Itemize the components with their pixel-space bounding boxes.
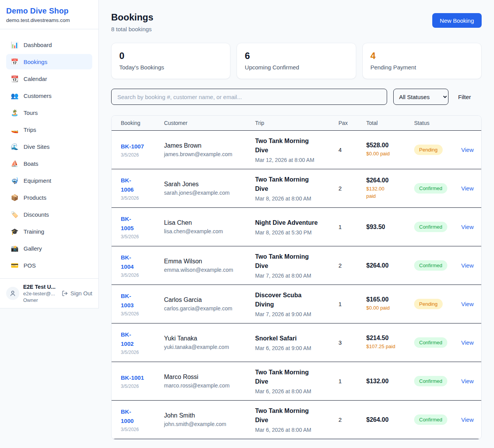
trip-name: Two Tank Morning Dive: [255, 136, 332, 155]
customer-cell: James Brown james.brown@example.com: [164, 142, 255, 157]
sidebar-item-gallery[interactable]: 📸 Gallery: [6, 241, 92, 256]
main-content: Bookings 8 total bookings New Booking 0 …: [99, 0, 494, 440]
status-badge: Confirmed: [414, 414, 447, 425]
booking-cell: BK- 1006 3/5/2026: [121, 176, 164, 201]
sidebar: Demo Dive Shop demo.test.divestreams.com…: [0, 0, 99, 308]
trip-name: Discover Scuba Diving: [255, 291, 332, 309]
sidebar-item-equipment[interactable]: 🤿 Equipment: [6, 173, 92, 188]
sidebar-item-dive-sites[interactable]: 🌊 Dive Sites: [6, 139, 92, 154]
search-input[interactable]: [111, 89, 387, 105]
trip-datetime: Mar 8, 2026 at 5:30 PM: [255, 229, 332, 236]
sidebar-item-boats[interactable]: ⛵ Boats: [6, 156, 92, 171]
status-filter-select[interactable]: All Statuses: [393, 89, 448, 105]
brand-domain: demo.test.divestreams.com: [6, 17, 92, 23]
credit-card-icon: 💳: [11, 262, 19, 269]
customer-email: emma.wilson@example.com: [164, 267, 249, 273]
view-link[interactable]: View: [461, 416, 474, 423]
booking-id-link[interactable]: BK-1001: [121, 373, 158, 382]
customer-cell: Lisa Chen lisa.chen@example.com: [164, 219, 255, 234]
calendar-icon: 📅: [11, 58, 19, 66]
booking-date: 3/5/2026: [121, 273, 158, 278]
booking-id-link[interactable]: BK- 1000: [121, 407, 158, 426]
sidebar-item-customers[interactable]: 👥 Customers: [6, 88, 92, 103]
bookings-table: Booking Customer Trip Pax Total Status B…: [111, 115, 482, 440]
customer-cell: Emma Wilson emma.wilson@example.com: [164, 258, 255, 273]
booking-id-link[interactable]: BK- 1005: [121, 214, 158, 233]
person-icon: [9, 290, 16, 297]
trip-cell: Two Tank Morning Dive Mar 7, 2026 at 8:0…: [255, 252, 338, 279]
nav-label: Boats: [24, 160, 38, 167]
trip-cell: Two Tank Morning Dive Mar 6, 2026 at 8:0…: [255, 368, 338, 394]
trip-name: Two Tank Morning Dive: [255, 175, 332, 194]
sidebar-item-discounts[interactable]: 🏷️ Discounts: [6, 207, 92, 222]
table-header-row: Booking Customer Trip Pax Total Status: [112, 116, 481, 131]
sidebar-item-training[interactable]: 🎓 Training: [6, 224, 92, 239]
customer-cell: Carlos Garcia carlos.garcia@example.com: [164, 296, 255, 312]
sidebar-item-pos[interactable]: 💳 POS: [6, 258, 92, 273]
view-link[interactable]: View: [461, 185, 474, 192]
booking-id-link[interactable]: BK- 1003: [121, 291, 158, 310]
actions-cell: View: [461, 224, 480, 231]
customer-name: John Smith: [164, 412, 249, 419]
total-cell: $528.00 $0.00 paid: [366, 142, 414, 158]
pax-cell: 2: [338, 262, 366, 269]
sidebar-footer: E2E Test U... e2e-tester@... Owner Sign …: [0, 278, 98, 308]
booking-id-link[interactable]: BK- 1002: [121, 330, 158, 349]
trip-name: Two Tank Morning Dive: [255, 368, 332, 386]
status-badge: Confirmed: [414, 183, 447, 194]
customer-cell: John Smith john.smith@example.com: [164, 412, 255, 427]
sidebar-item-products[interactable]: 📦 Products: [6, 190, 92, 205]
new-booking-button[interactable]: New Booking: [432, 13, 482, 28]
actions-cell: View: [461, 301, 480, 308]
user-email: e2e-tester@...: [23, 291, 56, 296]
customer-name: Carlos Garcia: [164, 296, 249, 303]
trip-datetime: Mar 6, 2026 at 8:00 AM: [255, 388, 332, 394]
table-row: BK- 1005 3/5/2026 Lisa Chen lisa.chen@ex…: [112, 208, 481, 246]
sign-out-icon: [62, 290, 68, 296]
sign-out-button[interactable]: Sign Out: [62, 290, 92, 296]
table-row: BK- 1004 3/5/2026 Emma Wilson emma.wilso…: [112, 246, 481, 285]
stat-label: Pending Payment: [370, 64, 474, 71]
view-link[interactable]: View: [461, 301, 474, 307]
total-amount: $165.00: [366, 296, 408, 303]
booking-date: 3/5/2026: [121, 427, 158, 432]
sidebar-item-bookings[interactable]: 📅 Bookings: [6, 54, 92, 69]
sidebar-item-tours[interactable]: 🏝️ Tours: [6, 105, 92, 120]
trip-cell: Two Tank Morning Dive Mar 12, 2026 at 8:…: [255, 136, 338, 163]
view-link[interactable]: View: [461, 378, 474, 384]
total-cell: $264.00: [366, 262, 414, 269]
stat-value: 0: [119, 51, 222, 61]
booking-id-link[interactable]: BK-1007: [121, 142, 158, 151]
view-link[interactable]: View: [461, 147, 474, 153]
booking-id-link[interactable]: BK- 1006: [121, 176, 158, 194]
total-cell: $93.50: [366, 224, 414, 231]
booking-date: 3/5/2026: [121, 234, 158, 239]
brand-name: Demo Dive Shop: [6, 7, 92, 15]
nav-label: Tours: [24, 109, 38, 116]
stat-label: Today's Bookings: [119, 64, 222, 71]
view-link[interactable]: View: [461, 339, 474, 346]
paid-amount: $107.25 paid: [366, 343, 408, 350]
sidebar-item-calendar[interactable]: 📆 Calendar: [6, 71, 92, 86]
customer-email: marco.rossi@example.com: [164, 382, 249, 389]
booking-id-link[interactable]: BK- 1004: [121, 253, 158, 271]
table-row: BK- 1002 3/5/2026 Yuki Tanaka yuki.tanak…: [112, 323, 481, 362]
customer-name: Yuki Tanaka: [164, 335, 249, 342]
view-link[interactable]: View: [461, 224, 474, 230]
page-subtitle: 8 total bookings: [111, 26, 153, 32]
user-name: E2E Test U...: [23, 284, 56, 290]
nav-label: Products: [24, 194, 46, 201]
filter-button[interactable]: Filter: [458, 94, 471, 100]
trip-datetime: Mar 6, 2026 at 9:00 AM: [255, 345, 332, 351]
sidebar-item-trips[interactable]: 🚤 Trips: [6, 122, 92, 137]
sidebar-item-dashboard[interactable]: 📊 Dashboard: [6, 37, 92, 52]
booking-date: 3/5/2026: [121, 350, 158, 355]
page-header-text: Bookings 8 total bookings: [111, 12, 153, 32]
view-link[interactable]: View: [461, 262, 474, 269]
column-header-trip: Trip: [255, 120, 338, 126]
total-amount: $264.00: [366, 416, 408, 423]
customer-email: sarah.jones@example.com: [164, 190, 249, 196]
nav-label: Dive Sites: [24, 143, 50, 150]
camera-flash-icon: 📸: [11, 245, 19, 252]
total-amount: $132.00: [366, 378, 408, 385]
